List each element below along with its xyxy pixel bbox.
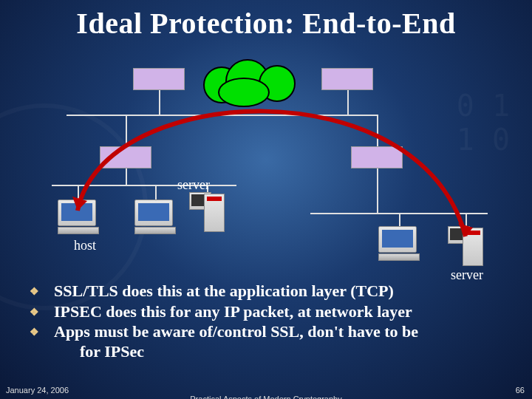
bullet-text: SSL/TLS does this at the application lay…: [54, 281, 394, 301]
network-line: [377, 168, 378, 213]
footer-date: January 24, 2006: [6, 386, 69, 395]
internet-cloud: [203, 59, 299, 103]
slide: 0 11 0 Ideal Protection: End-to-End: [0, 0, 532, 399]
bullet-item: ❖ Apps must be aware of/control SSL, don…: [30, 321, 510, 342]
bullet-text: IPSEC does this for any IP packet, at ne…: [54, 301, 412, 322]
slide-title: Ideal Protection: End-to-End: [0, 0, 532, 41]
network-line: [347, 90, 349, 115]
server-label: server: [177, 177, 210, 193]
network-line: [159, 90, 160, 115]
host-label: host: [74, 238, 96, 253]
footer-page-number: 66: [516, 386, 525, 395]
bullet-marker-icon: ❖: [30, 326, 39, 339]
bullet-continuation: for IPSec: [80, 342, 510, 361]
host-computer-icon: [58, 200, 99, 235]
network-diagram: server host server: [37, 59, 495, 273]
bullet-marker-icon: ❖: [30, 285, 39, 299]
bullet-list: ❖ SSL/TLS does this at the application l…: [30, 281, 510, 361]
network-line: [126, 115, 127, 148]
network-line: [399, 213, 400, 226]
host-computer-icon: [378, 226, 420, 262]
host-computer-icon: [134, 200, 176, 235]
router-box: [133, 68, 185, 90]
router-box: [100, 146, 151, 168]
bullet-item: ❖ SSL/TLS does this at the application l…: [30, 281, 510, 301]
bullet-marker-icon: ❖: [30, 306, 39, 319]
router-box: [321, 68, 373, 90]
network-line: [377, 115, 378, 148]
bullet-text: Apps must be aware of/control SSL, don't…: [54, 321, 418, 342]
network-line: [126, 168, 127, 185]
footer-title: Practical Aspects of Modern Cryptography: [0, 395, 532, 399]
server-icon: [189, 189, 225, 232]
network-line: [155, 185, 157, 200]
network-line: [66, 115, 377, 116]
bullet-item: ❖ IPSEC does this for any IP packet, at …: [30, 301, 510, 322]
network-line: [78, 185, 79, 200]
router-box: [351, 146, 403, 168]
server-icon: [448, 223, 483, 266]
